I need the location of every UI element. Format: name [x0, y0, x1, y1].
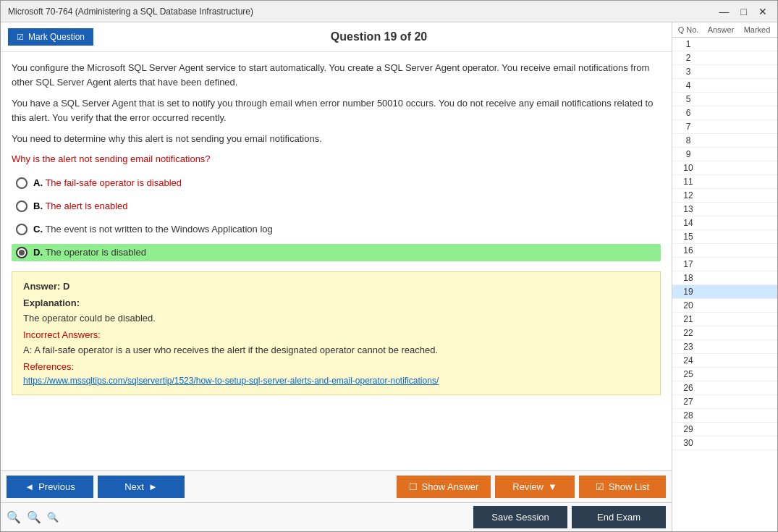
options-list: A. The fail-safe operator is disabled B.…: [12, 174, 661, 261]
close-button[interactable]: ✕: [756, 6, 770, 17]
q-row-num: 11: [674, 177, 703, 187]
maximize-button[interactable]: □: [738, 6, 750, 17]
q-row-num: 1: [674, 39, 703, 49]
zoom-out-icon[interactable]: 🔍: [47, 512, 59, 523]
question-list-row[interactable]: 14: [672, 216, 777, 230]
explanation-text: The operator could be disabled.: [23, 313, 649, 324]
question-list-row[interactable]: 30: [672, 436, 777, 450]
review-button[interactable]: Review ▼: [495, 476, 575, 498]
show-list-button[interactable]: ☑ Show List: [579, 476, 666, 498]
window-title: Microsoft 70-764 (Administering a SQL Da…: [8, 7, 253, 17]
question-list-row[interactable]: 18: [672, 271, 777, 285]
bottom-row: 🔍 🔍 🔍 Save Session End Exam: [1, 502, 672, 531]
next-button[interactable]: Next ►: [98, 476, 185, 498]
question-list-row[interactable]: 23: [672, 340, 777, 354]
q-row-num: 12: [674, 190, 703, 200]
save-session-button[interactable]: Save Session: [473, 506, 567, 528]
question-list[interactable]: 1 2 3 4 5 6 7 8 9 10 11: [672, 38, 777, 531]
next-label: Next: [124, 481, 144, 492]
app-window: Microsoft 70-764 (Administering a SQL Da…: [0, 0, 778, 532]
question-list-row[interactable]: 13: [672, 203, 777, 216]
option-a[interactable]: A. The fail-safe operator is disabled: [12, 174, 661, 192]
question-list-row[interactable]: 20: [672, 299, 777, 313]
paragraph-3: You need to determine why this alert is …: [12, 132, 661, 146]
radio-b[interactable]: [16, 200, 28, 212]
review-label: Review: [512, 481, 544, 492]
bottom-nav: ◄ Previous Next ► ☐ Show Answer Review ▼: [1, 470, 672, 502]
col-header-marked: Marked: [739, 25, 775, 34]
minimize-button[interactable]: —: [716, 6, 732, 17]
col-header-qno: Q No.: [674, 25, 703, 34]
mark-checkmark-icon: ☑: [17, 33, 24, 42]
question-list-row[interactable]: 9: [672, 148, 777, 161]
end-exam-button[interactable]: End Exam: [572, 506, 666, 528]
question-list-row[interactable]: 16: [672, 244, 777, 258]
question-list-row[interactable]: 15: [672, 230, 777, 244]
question-list-row[interactable]: 22: [672, 326, 777, 340]
question-list-row[interactable]: 27: [672, 395, 777, 409]
q-row-num: 21: [674, 314, 703, 324]
col-header-answer: Answer: [703, 25, 739, 34]
question-list-row[interactable]: 28: [672, 409, 777, 423]
question-list-row[interactable]: 24: [672, 354, 777, 368]
question-list-row[interactable]: 21: [672, 313, 777, 326]
show-answer-button[interactable]: ☐ Show Answer: [397, 476, 491, 498]
end-section: Save Session End Exam: [473, 506, 666, 528]
why-question: Why is the alert not sending email notif…: [12, 153, 661, 164]
question-header: ☑ Mark Question Question 19 of 20: [1, 22, 672, 52]
paragraph-1: You configure the Microsoft SQL Server A…: [12, 61, 661, 89]
show-list-checkbox-icon: ☑: [596, 481, 604, 492]
option-b[interactable]: B. The alert is enabled: [12, 198, 661, 215]
main-panel: ☑ Mark Question Question 19 of 20 You co…: [1, 22, 672, 531]
answer-line: Answer: D: [23, 281, 649, 292]
q-row-num: 20: [674, 300, 703, 311]
option-c[interactable]: C. The event is not written to the Windo…: [12, 221, 661, 238]
zoom-reset-icon[interactable]: 🔍: [27, 510, 41, 524]
question-list-row[interactable]: 29: [672, 423, 777, 436]
question-list-row[interactable]: 17: [672, 258, 777, 271]
review-dropdown-icon: ▼: [548, 481, 557, 492]
mark-question-button[interactable]: ☑ Mark Question: [8, 28, 93, 46]
q-row-num: 16: [674, 245, 703, 256]
question-list-row[interactable]: 25: [672, 368, 777, 381]
reference-link[interactable]: https://www.mssqltips.com/sqlservertip/1…: [23, 376, 439, 386]
question-list-row[interactable]: 5: [672, 93, 777, 106]
q-row-num: 19: [674, 287, 703, 297]
question-list-row[interactable]: 11: [672, 175, 777, 189]
q-row-num: 4: [674, 80, 703, 90]
question-list-row[interactable]: 4: [672, 79, 777, 93]
previous-button[interactable]: ◄ Previous: [7, 476, 93, 498]
question-list-row[interactable]: 2: [672, 51, 777, 65]
q-row-num: 29: [674, 424, 703, 434]
q-row-num: 24: [674, 355, 703, 366]
question-body: You configure the Microsoft SQL Server A…: [1, 52, 672, 470]
q-row-num: 6: [674, 108, 703, 118]
question-list-row[interactable]: 1: [672, 38, 777, 51]
zoom-in-icon[interactable]: 🔍: [7, 510, 21, 524]
question-list-row[interactable]: 7: [672, 120, 777, 134]
radio-d[interactable]: [16, 247, 28, 258]
paragraph-2: You have a SQL Server Agent that is set …: [12, 96, 661, 124]
q-row-num: 26: [674, 383, 703, 393]
question-title: Question 19 of 20: [93, 30, 664, 43]
q-row-num: 22: [674, 328, 703, 338]
q-row-num: 9: [674, 149, 703, 159]
option-d[interactable]: D. The operator is disabled: [12, 244, 661, 261]
question-list-row[interactable]: 8: [672, 134, 777, 148]
q-row-num: 30: [674, 438, 703, 448]
q-row-num: 8: [674, 135, 703, 145]
question-list-row[interactable]: 3: [672, 65, 777, 79]
incorrect-label: Incorrect Answers:: [23, 329, 649, 340]
question-list-row[interactable]: 26: [672, 381, 777, 395]
previous-label: Previous: [38, 481, 75, 492]
show-answer-checkbox-icon: ☐: [409, 481, 418, 492]
right-panel: Q No. Answer Marked 1 2 3 4 5 6 7 8: [672, 22, 777, 531]
q-row-num: 25: [674, 369, 703, 379]
radio-c[interactable]: [16, 224, 28, 235]
question-list-row[interactable]: 12: [672, 189, 777, 203]
question-list-row[interactable]: 6: [672, 106, 777, 120]
question-list-row[interactable]: 10: [672, 161, 777, 175]
question-list-row[interactable]: 19: [672, 285, 777, 299]
radio-a[interactable]: [16, 177, 28, 189]
q-row-num: 3: [674, 67, 703, 77]
